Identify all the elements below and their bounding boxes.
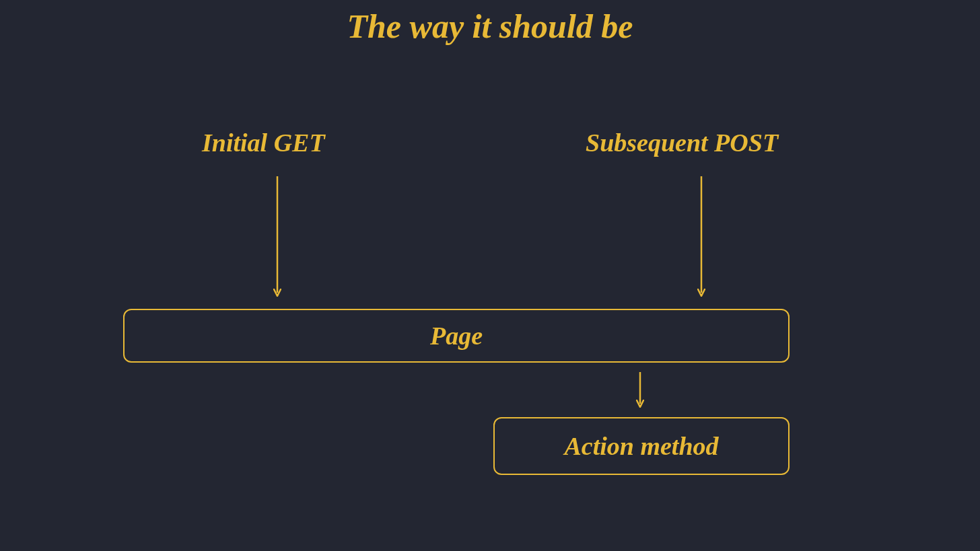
label-initial-get: Initial GET — [202, 128, 325, 157]
label-subsequent-post: Subsequent POST — [586, 128, 778, 157]
page-box: Page — [123, 309, 790, 363]
action-method-box: Action method — [493, 417, 790, 475]
diagram-stage: The way it should be Initial GET Subsequ… — [0, 0, 980, 551]
arrows-layer — [0, 0, 980, 551]
page-box-label: Page — [430, 321, 483, 351]
action-method-label: Action method — [564, 431, 718, 461]
diagram-title: The way it should be — [0, 7, 980, 46]
